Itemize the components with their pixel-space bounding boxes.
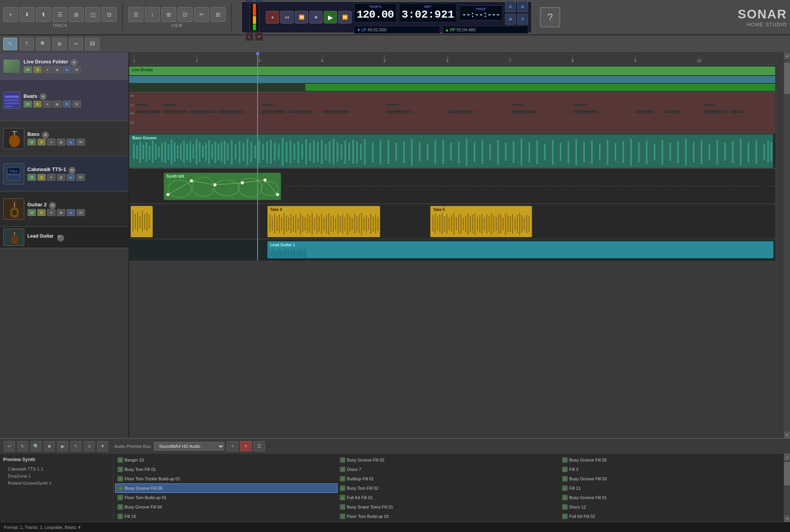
lead-arrow[interactable]: ▼ bbox=[57, 234, 64, 242]
bt-stop-button[interactable]: ■ bbox=[44, 441, 55, 451]
live-drums-arm[interactable]: ● bbox=[43, 66, 52, 73]
tts-arm[interactable]: ● bbox=[47, 174, 56, 181]
beats-arrow[interactable]: ▼ bbox=[40, 93, 47, 100]
live-drums-monitor[interactable]: ◉ bbox=[53, 66, 61, 73]
file-item[interactable]: ♪Fill 11 bbox=[560, 483, 782, 493]
bottom-scroll-thumb[interactable] bbox=[784, 462, 790, 485]
live-drums-mute[interactable]: M bbox=[23, 66, 32, 73]
close-icon-button[interactable]: ✕ bbox=[240, 441, 252, 451]
synth-item-0[interactable]: Cakewalk TTS-1 1 bbox=[3, 465, 110, 472]
file-item[interactable]: ♪Fill 16 bbox=[115, 512, 337, 521]
file-item[interactable]: ♪Busy Groove Fill 06 bbox=[115, 483, 337, 493]
guitar2-solo[interactable]: S bbox=[37, 209, 46, 216]
bottom-scroll-down[interactable]: ▼ bbox=[784, 516, 790, 522]
synth-item-1[interactable]: DropZone 1 bbox=[3, 472, 110, 480]
guitar2-mute[interactable]: M bbox=[27, 209, 36, 216]
audio-bus-select[interactable]: SoundMAX HD Audio bbox=[154, 442, 224, 451]
extra-btn4[interactable]: ☰ bbox=[517, 14, 528, 25]
file-item[interactable]: ♪Full Kit Fill 01 bbox=[337, 493, 560, 502]
file-item[interactable]: ♪Busy Groove Fill 01 bbox=[560, 493, 782, 502]
beats-fx[interactable]: fx bbox=[63, 101, 71, 108]
bt-dropdown-button[interactable]: ▼ bbox=[97, 441, 108, 451]
bass-fx[interactable]: fx bbox=[67, 139, 75, 146]
file-item[interactable]: ♪Busy Tom Fill 01 bbox=[115, 465, 337, 474]
m-button[interactable]: M bbox=[245, 0, 254, 2]
extra-btn2[interactable]: ⊞ bbox=[517, 1, 528, 12]
film-tool[interactable]: ⊞ bbox=[211, 7, 225, 22]
multi-button[interactable]: ⊟ bbox=[102, 7, 117, 22]
bt-back-button[interactable]: ↩ bbox=[4, 441, 15, 451]
file-item[interactable]: ♪Buildup Fill 01 bbox=[337, 474, 560, 483]
bottom-scroll-up[interactable]: ▲ bbox=[784, 454, 790, 460]
file-item[interactable]: ♪Bangin 10 bbox=[115, 455, 337, 465]
grid-view-button[interactable]: ⊞ bbox=[69, 7, 84, 22]
file-item[interactable]: ♪Busy Groove Fill 05 bbox=[560, 455, 782, 465]
guitar2-clip-start[interactable] bbox=[131, 206, 153, 237]
guitar2-fx[interactable]: fx bbox=[67, 209, 75, 216]
live-drums-clip3[interactable] bbox=[305, 84, 775, 91]
file-item[interactable]: ♪Floor Tom Build-up 01 bbox=[115, 493, 337, 502]
file-item[interactable]: ♪Busy Groove Fill 04 bbox=[115, 502, 337, 512]
guitar2-take4[interactable]: Take 4 bbox=[267, 206, 380, 237]
cursor-tool[interactable]: ☰ bbox=[128, 7, 143, 22]
bass-w[interactable]: W bbox=[76, 139, 85, 146]
bottom-scroll-track[interactable] bbox=[784, 460, 790, 516]
extra-btn3[interactable]: ⊠ bbox=[505, 14, 516, 25]
beats-lane[interactable]: 96 72 48 24 bbox=[129, 92, 775, 133]
file-item[interactable]: ♪Busy Groove Fill 02 bbox=[337, 455, 560, 465]
tts-lane[interactable]: Synth blit bbox=[129, 169, 775, 204]
bt-play-button[interactable]: ▶ bbox=[57, 441, 68, 451]
stop-button[interactable]: ■ bbox=[309, 11, 323, 23]
file-item[interactable]: ♪Busy Tom Fill 02 bbox=[337, 483, 560, 493]
lead-guitar-clip[interactable]: Lead Guitar 1 bbox=[267, 241, 774, 258]
fast-forward-button[interactable]: ⏩ bbox=[338, 11, 352, 23]
play-button[interactable]: ▶ bbox=[324, 11, 337, 23]
bass-solo[interactable]: S bbox=[37, 139, 46, 146]
live-drums-fx[interactable]: fx bbox=[63, 66, 71, 73]
live-drums-arrow[interactable]: ▼ bbox=[70, 59, 78, 66]
select-tool[interactable]: ↖ bbox=[3, 38, 17, 50]
bt-refresh-button[interactable]: ↻ bbox=[17, 441, 28, 451]
extra-btn1[interactable]: ⊟ bbox=[505, 1, 516, 12]
bt-cursor-button[interactable]: ↖ bbox=[70, 441, 81, 451]
beats-solo[interactable]: S bbox=[33, 101, 42, 108]
tts-fx[interactable]: fx bbox=[67, 174, 75, 181]
guitar2-w[interactable]: W bbox=[76, 209, 85, 216]
scroll-track[interactable] bbox=[784, 59, 790, 432]
file-item[interactable]: ♪Full Kit Fill 02 bbox=[560, 512, 782, 521]
beats-arm[interactable]: ● bbox=[43, 101, 52, 108]
add-icon-button[interactable]: + bbox=[227, 441, 238, 451]
list-view-button[interactable]: ☰ bbox=[52, 7, 67, 22]
tts-arrow[interactable]: ▼ bbox=[69, 167, 76, 174]
bass-arm[interactable]: ● bbox=[47, 139, 56, 146]
tts-monitor[interactable]: ◉ bbox=[57, 174, 65, 181]
list-icon-button[interactable]: ☰ bbox=[253, 441, 265, 451]
guitar2-take5[interactable]: Take 5 bbox=[430, 206, 532, 237]
scroll-up-button[interactable]: ▲ bbox=[784, 52, 790, 59]
live-drums-clip1[interactable]: Live Drums bbox=[129, 67, 775, 75]
film-strip-tool[interactable]: 🎞 bbox=[85, 38, 99, 50]
stretch-view[interactable]: ↕ bbox=[145, 7, 160, 22]
beats-monitor[interactable]: ◉ bbox=[53, 101, 61, 108]
file-item[interactable]: ♪Fill 3 bbox=[560, 465, 782, 474]
file-item[interactable]: ♪Disco 12 bbox=[560, 502, 782, 512]
rp-button[interactable]: P bbox=[255, 32, 263, 41]
bass-arrow[interactable]: ▼ bbox=[42, 132, 49, 139]
tts-mute[interactable]: M bbox=[27, 174, 36, 181]
scroll-down-button[interactable]: ▼ bbox=[784, 432, 790, 438]
synth-clip[interactable]: Synth blit bbox=[164, 173, 281, 200]
import-button[interactable]: ⬇ bbox=[20, 7, 34, 22]
tts-solo[interactable]: S bbox=[37, 174, 46, 181]
timeline-area[interactable]: 1 2 3 4 5 6 7 bbox=[129, 52, 784, 438]
bt-lines-button[interactable]: ≡ bbox=[84, 441, 95, 451]
file-item[interactable]: ♪Floor Tom Build-up 02 bbox=[337, 512, 560, 521]
scissors-tool[interactable]: ✂ bbox=[69, 38, 83, 50]
s-button[interactable]: S bbox=[255, 0, 263, 2]
guitar2-arrow[interactable]: ▼ bbox=[49, 202, 56, 209]
live-drums-clip2[interactable] bbox=[129, 76, 775, 83]
bass-lane[interactable]: Bass Groove bbox=[129, 133, 775, 169]
synth-item-2[interactable]: Roland GrooveSynth 1 bbox=[3, 480, 110, 487]
guitar2-monitor[interactable]: ◉ bbox=[57, 209, 65, 216]
trim-tool[interactable]: ✂ bbox=[194, 7, 209, 22]
bt-search-button[interactable]: 🔍 bbox=[31, 441, 41, 451]
